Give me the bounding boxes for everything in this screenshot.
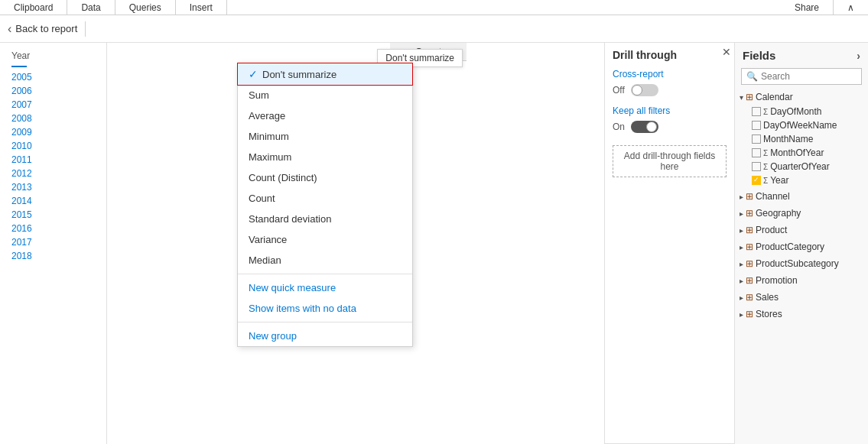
tree-leaf-monthofyear[interactable]: ΣMonthOfYear [750,146,865,160]
tree-group-header-promotion[interactable]: ▸⊞Promotion [738,273,865,288]
tree-group-header-productsubcategory[interactable]: ▸⊞ProductSubcategory [738,256,865,271]
dropdown-maximum[interactable]: Maximum [238,147,412,167]
year-item[interactable]: 2007 [11,98,95,112]
tree-leaf-monthname[interactable]: MonthName [750,132,865,146]
fields-panel: Fields › 🔍 ▾⊞CalendarΣDayOfMonthDayOfWee… [734,43,868,444]
ribbon-tab-insert[interactable]: Insert [176,0,227,15]
tree-group-name: Geography [756,208,801,219]
keep-filters-toggle[interactable] [631,121,658,133]
fields-search-box[interactable]: 🔍 [741,68,862,85]
year-item[interactable]: 2010 [11,139,95,153]
tree-group-header-stores[interactable]: ▸⊞Stores [738,306,865,322]
tree-leaf-checkbox[interactable] [752,121,761,130]
year-item[interactable]: 2013 [11,180,95,194]
tree-group-name: Channel [756,191,790,202]
center-content: Count ✓ Don't summarize Sum Average Mini… [107,43,734,444]
ribbon-tab-share[interactable]: Share [781,0,834,15]
year-item[interactable]: 2005 [11,70,95,84]
year-item[interactable]: 2018 [11,249,95,263]
dropdown-new-group-label: New group [249,330,297,342]
drill-title: Drill through [613,49,727,61]
cross-report-toggle-row: Off [613,84,727,96]
tree-leaf-name: Year [770,175,788,186]
back-to-report-label: Back to report [15,23,77,34]
fields-panel-expand-icon[interactable]: › [857,50,860,62]
year-divider [11,66,27,67]
back-to-report-button[interactable]: ‹ Back to report [8,22,77,36]
tree-leaf-name: MonthName [763,134,813,144]
fields-search-input[interactable] [761,71,868,82]
ribbon-tab-queries[interactable]: Queries [115,0,176,15]
dropdown-variance[interactable]: Variance [238,229,412,250]
tree-group-header-calendar[interactable]: ▾⊞Calendar [738,89,865,105]
table-icon: ⊞ [746,292,753,303]
table-icon: ⊞ [746,225,753,235]
back-arrow-icon: ‹ [8,22,11,36]
dropdown-divider-1 [238,274,412,274]
year-item[interactable]: 2017 [11,235,95,249]
dropdown-sum-label: Sum [249,89,269,101]
dropdown-divider-2 [238,322,412,322]
tree-leaf-checkbox[interactable] [752,107,761,116]
year-item[interactable]: 2012 [11,167,95,180]
tree-group-header-sales[interactable]: ▸⊞Sales [738,290,865,305]
dropdown-new-quick-measure[interactable]: New quick measure [238,277,412,298]
off-label: Off [613,85,625,96]
dropdown-average-label: Average [249,110,285,122]
year-item[interactable]: 2008 [11,112,95,125]
dropdown-count-label: Count [249,193,275,204]
tree-leaf-year[interactable]: ΣYear [750,173,865,187]
tree-leaf-checkbox[interactable] [752,134,761,144]
year-item[interactable]: 2014 [11,194,95,208]
year-item[interactable]: 2015 [11,208,95,222]
dropdown-minimum[interactable]: Minimum [238,126,412,147]
add-drillthrough-button[interactable]: Add drill-through fields here [613,145,727,177]
tree-group-sales: ▸⊞Sales [738,290,865,305]
tree-group-header-channel[interactable]: ▸⊞Channel [738,189,865,204]
dropdown-new-group[interactable]: New group [238,326,412,346]
dropdown-new-quick-measure-label: New quick measure [249,282,336,293]
table-icon: ⊞ [746,191,753,202]
dropdown-median[interactable]: Median [238,250,412,271]
tree-group-name: Sales [756,292,779,303]
tree-leaf-checkbox[interactable] [752,176,761,185]
dropdown-count[interactable]: Count [238,188,412,209]
tree-leaf-dayofmonth[interactable]: ΣDayOfMonth [750,105,865,118]
year-item[interactable]: 2009 [11,125,95,139]
drill-close-button[interactable]: ✕ [722,46,731,58]
keep-filters-toggle-row: On [613,121,727,133]
tree-group-name: Product [756,225,787,235]
dropdown-average[interactable]: Average [238,105,412,126]
tree-leaf-checkbox[interactable] [752,162,761,171]
tree-group-header-productcategory[interactable]: ▸⊞ProductCategory [738,239,865,254]
sigma-icon: Σ [763,177,768,185]
expand-caret-icon: ▸ [740,209,743,218]
tree-leaf-dayofweekname[interactable]: DayOfWeekName [750,118,865,132]
dropdown-show-items-label: Show items with no data [249,303,356,314]
search-icon: 🔍 [746,71,758,82]
tree-group-stores: ▸⊞Stores [738,306,865,322]
tree-group-name: Calendar [756,92,793,102]
ribbon-tab-data[interactable]: Data [67,0,115,15]
tree-leaf-checkbox[interactable] [752,148,761,157]
fields-panel-header: Fields › [735,43,868,65]
dropdown-dont-summarize[interactable]: ✓ Don't summarize [237,63,413,86]
cross-report-toggle[interactable] [631,84,658,96]
dropdown-count-distinct[interactable]: Count (Distinct) [238,167,412,188]
year-item[interactable]: 2011 [11,153,95,167]
back-bar-divider [85,21,86,37]
dropdown-show-items[interactable]: Show items with no data [238,298,412,319]
drill-section: Drill through Cross-report Off Keep all … [605,43,734,444]
ribbon-collapse-icon[interactable]: ∧ [834,0,868,15]
tree-group-header-geography[interactable]: ▸⊞Geography [738,206,865,221]
dropdown-maximum-label: Maximum [249,151,291,163]
sigma-icon: Σ [763,163,768,171]
year-item[interactable]: 2006 [11,84,95,98]
ribbon-tab-clipboard[interactable]: Clipboard [0,0,67,15]
dropdown-stddev[interactable]: Standard deviation [238,209,412,229]
tree-leaf-quarterofyear[interactable]: ΣQuarterOfYear [750,160,865,173]
dropdown-sum[interactable]: Sum [238,85,412,105]
year-item[interactable]: 2016 [11,222,95,235]
ribbon: Clipboard Data Queries Insert Share ∧ [0,0,868,15]
tree-group-header-product[interactable]: ▸⊞Product [738,222,865,238]
